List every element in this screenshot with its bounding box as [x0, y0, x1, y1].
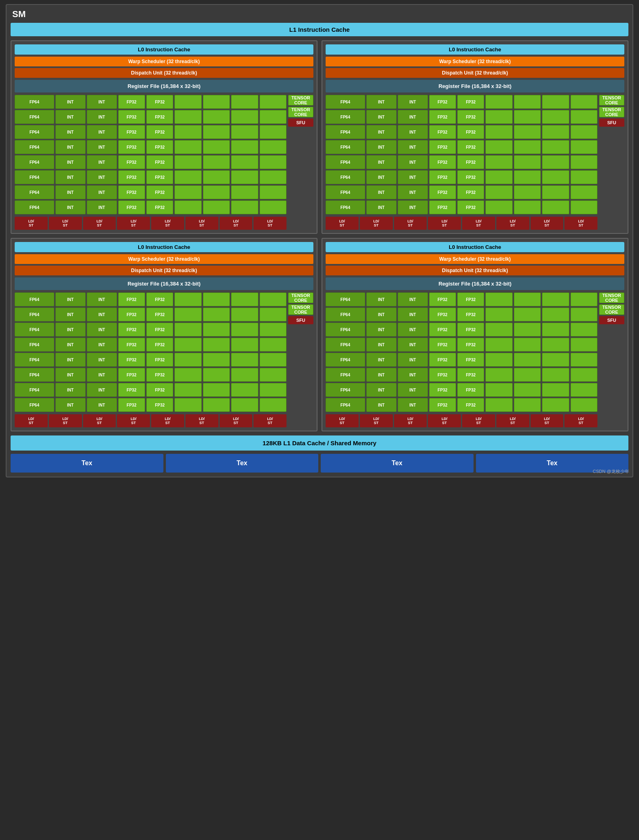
ld-st-cell: LD/ST — [15, 414, 48, 427]
fp32-cell — [571, 368, 597, 382]
fp32-cell — [174, 398, 201, 412]
warp-scheduler-4: Warp Scheduler (32 thread/clk) — [326, 254, 624, 264]
fp32-cell — [485, 185, 512, 199]
ld-st-cell: LD/ST — [185, 217, 218, 230]
fp32-cell — [542, 170, 569, 184]
fp64-cell: FP64 — [15, 353, 54, 367]
unit-row: FP64 INT INT FP32 FP32 — [15, 200, 286, 214]
fp32-cell: FP32 — [429, 95, 456, 109]
tensor-col-1: TENSORCORE TENSORCORE SFU — [288, 95, 313, 127]
fp32-cell: FP32 — [429, 200, 456, 214]
ld-st-cell: LD/ST — [253, 217, 286, 230]
fp64-cell: FP64 — [15, 185, 54, 199]
unit-row: FP64 INT INT FP32 FP32 — [15, 292, 286, 306]
fp64-cell: FP64 — [15, 125, 54, 139]
fp32-cell: FP32 — [429, 308, 456, 321]
tensor-core: TENSORCORE — [599, 304, 624, 315]
quadrant-2: L0 Instruction Cache Warp Scheduler (32 … — [322, 40, 628, 234]
tex-row: Tex Tex Tex Tex — [11, 454, 628, 473]
fp64-cell: FP64 — [15, 170, 54, 184]
ld-st-row: LD/ST LD/ST LD/ST LD/ST LD/ST LD/ST LD/S… — [15, 414, 286, 427]
fp32-cell: FP32 — [146, 368, 173, 382]
int-cell: INT — [55, 200, 86, 214]
fp32-cell: FP32 — [429, 323, 456, 336]
ld-st-cell: LD/ST — [496, 414, 529, 427]
tensor-col-2: TENSORCORE TENSORCORE SFU — [599, 95, 624, 127]
fp32-cell: FP32 — [429, 170, 456, 184]
dispatch-unit-4: Dispatch Unit (32 thread/clk) — [326, 266, 624, 275]
fp32-cell — [231, 368, 258, 382]
fp32-cell: FP32 — [118, 353, 145, 367]
fp32-cell: FP32 — [118, 185, 145, 199]
fp64-cell: FP64 — [326, 292, 365, 306]
fp32-cell — [571, 383, 597, 397]
int-cell: INT — [55, 95, 86, 109]
fp32-cell — [174, 368, 201, 382]
dispatch-unit-2: Dispatch Unit (32 thread/clk) — [326, 68, 624, 78]
unit-row: FP64 INT INT FP32 FP32 — [326, 353, 597, 367]
fp32-cell — [231, 338, 258, 352]
fp64-cell: FP64 — [326, 170, 365, 184]
fp32-cell: FP32 — [146, 185, 173, 199]
fp64-cell: FP64 — [15, 200, 54, 214]
fp32-cell — [203, 185, 230, 199]
fp32-cell — [542, 308, 569, 321]
int-cell: INT — [398, 292, 428, 306]
fp32-cell — [514, 383, 541, 397]
quadrant-3: L0 Instruction Cache Warp Scheduler (32 … — [11, 238, 317, 431]
fp32-cell: FP32 — [118, 308, 145, 321]
fp32-cell — [514, 185, 541, 199]
unit-row: FP64 INT INT FP32 FP32 — [15, 323, 286, 336]
int-cell: INT — [398, 140, 428, 154]
fp64-cell: FP64 — [15, 155, 54, 169]
fp32-cell: FP32 — [429, 383, 456, 397]
l1-data-cache: 128KB L1 Data Cache / Shared Memory — [11, 435, 628, 451]
unit-row: FP64 INT INT FP32 FP32 — [15, 185, 286, 199]
ld-st-cell: LD/ST — [564, 414, 597, 427]
int-cell: INT — [55, 323, 86, 336]
int-cell: INT — [366, 170, 397, 184]
fp32-cell — [203, 368, 230, 382]
fp32-cell — [203, 323, 230, 336]
fp32-cell — [571, 323, 597, 336]
fp32-cell — [485, 353, 512, 367]
int-cell: INT — [398, 170, 428, 184]
fp32-cell — [485, 140, 512, 154]
fp32-cell — [260, 95, 286, 109]
int-cell: INT — [87, 125, 117, 139]
quadrants-grid: L0 Instruction Cache Warp Scheduler (32 … — [11, 40, 628, 431]
fp32-cell: FP32 — [118, 292, 145, 306]
units-grid-3: FP64 INT INT FP32 FP32 FP64 INT INT — [15, 292, 286, 427]
dispatch-unit-1: Dispatch Unit (32 thread/clk) — [15, 68, 313, 78]
ld-st-cell: LD/ST — [185, 414, 218, 427]
fp32-cell: FP32 — [457, 353, 484, 367]
ld-st-cell: LD/ST — [151, 217, 184, 230]
fp32-cell — [514, 292, 541, 306]
fp32-cell: FP32 — [429, 125, 456, 139]
fp32-cell — [514, 398, 541, 412]
int-cell: INT — [398, 338, 428, 352]
fp32-cell — [514, 170, 541, 184]
fp64-cell: FP64 — [15, 140, 54, 154]
ld-st-cell: LD/ST — [326, 217, 359, 230]
fp32-cell — [571, 125, 597, 139]
fp32-cell — [203, 398, 230, 412]
int-cell: INT — [398, 185, 428, 199]
fp32-cell: FP32 — [146, 125, 173, 139]
fp64-cell: FP64 — [326, 383, 365, 397]
fp32-cell — [485, 292, 512, 306]
fp32-cell — [514, 200, 541, 214]
fp32-cell: FP32 — [118, 398, 145, 412]
int-cell: INT — [87, 338, 117, 352]
unit-row: FP64 INT INT FP32 FP32 — [326, 140, 597, 154]
fp32-cell: FP32 — [457, 95, 484, 109]
fp32-cell — [260, 155, 286, 169]
fp32-cell — [571, 398, 597, 412]
fp32-cell — [514, 338, 541, 352]
fp32-cell — [542, 155, 569, 169]
int-cell: INT — [366, 308, 397, 321]
fp32-cell — [485, 155, 512, 169]
tex-unit-3: Tex — [321, 454, 474, 473]
int-cell: INT — [55, 353, 86, 367]
fp32-cell: FP32 — [146, 338, 173, 352]
